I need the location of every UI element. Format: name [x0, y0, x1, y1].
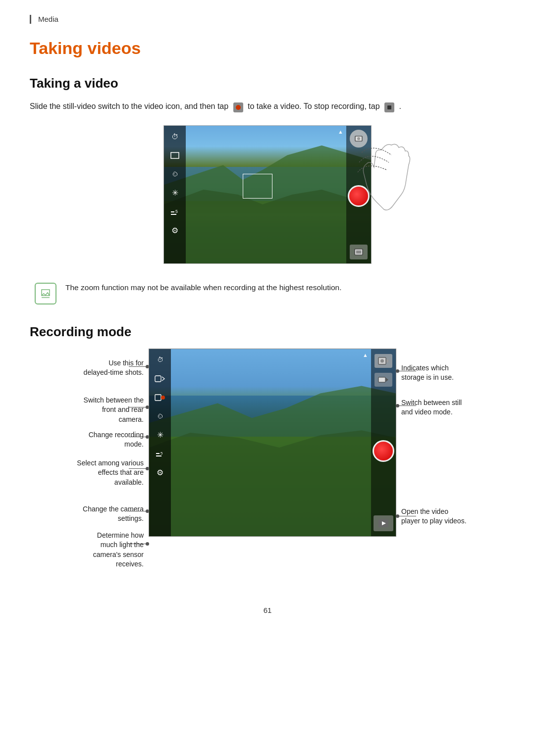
- svg-rect-13: [155, 395, 161, 401]
- cam2-storage-indicator: [374, 354, 392, 368]
- cam2-effects-icon: ✳: [153, 428, 167, 442]
- cam-rect-icon: [168, 149, 182, 162]
- svg-rect-15: [156, 453, 160, 454]
- cam2-record-btn[interactable]: [373, 440, 394, 462]
- svg-rect-20: [386, 359, 388, 362]
- cam2-still-video-switch: [374, 373, 392, 387]
- cam-timer2-icon: ⏲: [168, 167, 182, 181]
- camera-center-area: ⏱: [149, 349, 396, 586]
- cam2-rec-mode-icon: [153, 391, 167, 404]
- rdot-storage: [396, 369, 399, 373]
- cam2-timer-icon: ⏱: [153, 353, 167, 367]
- recording-mode-diagram: Use this fordelayed-time shots. Switch b…: [30, 349, 505, 586]
- breadcrumb: Media: [30, 15, 505, 24]
- recording-mode-title: Recording mode: [30, 324, 505, 340]
- rlabel-storage: Indicates whichstorage is in use.: [401, 363, 454, 383]
- cam2-exposure-icon: 5: [153, 447, 167, 461]
- rdot-still-video: [396, 404, 399, 407]
- rconnector-storage: [396, 371, 416, 371]
- taking-a-video-title: Taking a video: [30, 76, 505, 91]
- record-inline-icon: [232, 101, 244, 113]
- svg-point-19: [380, 359, 384, 362]
- right-labels-area: Indicates whichstorage is in use. Switch…: [396, 349, 505, 586]
- rconnector-still-video: [396, 405, 416, 406]
- cam2-left-sidebar: ⏱: [149, 349, 171, 536]
- label-timer: Use this fordelayed-time shots.: [84, 358, 144, 378]
- rlabel-still-video: Switch between stilland video mode.: [401, 398, 462, 417]
- left-labels-area: Use this fordelayed-time shots. Switch b…: [30, 349, 149, 586]
- cam-settings-icon: ⚙: [168, 224, 182, 238]
- cam2-settings-icon: ⚙: [153, 466, 167, 480]
- note-icon: [35, 283, 56, 304]
- taking-a-video-body: Slide the still-video switch to the vide…: [30, 100, 505, 113]
- page-number: 61: [30, 606, 505, 614]
- label-effects: Select among variouseffects that areavai…: [77, 458, 144, 488]
- svg-marker-22: [386, 378, 388, 382]
- note-box: The zoom function may not be available w…: [30, 282, 505, 304]
- svg-rect-4: [171, 214, 176, 215]
- svg-rect-2: [171, 152, 179, 158]
- breadcrumb-text: Media: [38, 15, 58, 23]
- camera-screenshot-area: ⏱ ⏲ ✳ 5 ⚙: [30, 125, 505, 264]
- svg-text:5: 5: [160, 451, 163, 455]
- rlabel-player: Open the videoplayer to play videos.: [401, 507, 467, 526]
- cam-timer-icon: ⏱: [168, 130, 182, 144]
- camera-ui-image: ⏱ ⏲ ✳ 5 ⚙: [163, 125, 372, 264]
- svg-point-14: [161, 396, 165, 400]
- svg-marker-11: [149, 430, 396, 536]
- cam2-top-indicator: ▲: [363, 352, 368, 358]
- label-light: Determine howmuch light thecamera's sens…: [93, 531, 144, 569]
- svg-rect-12: [155, 376, 161, 382]
- note-text: The zoom function may not be available w…: [65, 282, 341, 294]
- page-container: Media Taking videos Taking a video Slide…: [0, 0, 535, 644]
- cam2-timer2-icon: ⏲: [153, 409, 167, 423]
- cam2-right-sidebar: [371, 349, 396, 536]
- hand-illustration: [352, 140, 416, 219]
- label-settings: Change the camerasettings.: [83, 504, 144, 524]
- svg-rect-9: [356, 251, 361, 253]
- body-text-3: .: [399, 102, 401, 110]
- page-title: Taking videos: [30, 39, 505, 58]
- cam2-switch-icon: [153, 372, 167, 386]
- svg-rect-21: [378, 377, 385, 382]
- svg-text:5: 5: [175, 209, 178, 214]
- rconnector-player: [396, 516, 416, 516]
- body-text-1: Slide the still-video switch to the vide…: [30, 102, 228, 110]
- label-change-rec: Change recordingmode.: [89, 430, 144, 450]
- svg-rect-3: [171, 211, 174, 212]
- camera-left-sidebar: ⏱ ⏲ ✳ 5 ⚙: [164, 126, 186, 263]
- body-text-2: to take a video. To stop recording, tap: [248, 102, 380, 110]
- rdot-player: [396, 514, 399, 518]
- svg-rect-16: [156, 455, 161, 456]
- focus-rectangle: [243, 174, 272, 199]
- cam-bottom-btn: [350, 245, 368, 259]
- stop-inline-icon: [383, 101, 395, 113]
- cam-top-indicator: ▲: [338, 129, 343, 135]
- camera-ui2: ⏱: [149, 349, 396, 537]
- cam-exposure-icon: 5: [168, 205, 182, 219]
- cam-effects-icon: ✳: [168, 186, 182, 200]
- label-switch-cam: Switch between thefront and rearcamera.: [84, 396, 144, 425]
- cam2-video-player-btn[interactable]: [374, 515, 393, 531]
